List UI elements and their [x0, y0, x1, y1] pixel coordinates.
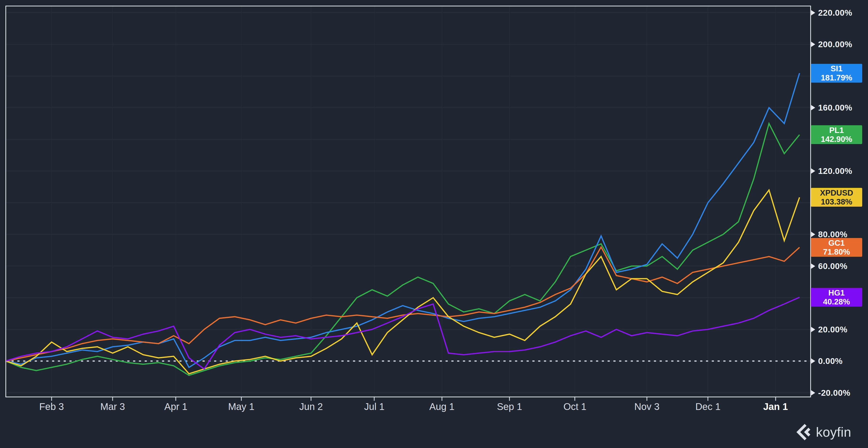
x-tick-mark-jan-1	[775, 397, 776, 401]
x-tick-mark-feb-3	[51, 397, 52, 401]
x-axis-label-dec-1: Dec 1	[695, 401, 721, 412]
series-badge-PL1[interactable]: PL1142.90%	[811, 125, 862, 144]
y-tick-text: 120.00%	[818, 166, 852, 176]
y-axis-label-0: 0.00%	[811, 356, 843, 366]
badge-symbol: SI1	[831, 64, 843, 73]
y-tick-arrow-icon	[811, 10, 815, 15]
x-axis-label-aug-1: Aug 1	[429, 401, 455, 412]
y-axis-label-160: 160.00%	[811, 103, 852, 112]
x-axis-label-jun-2: Jun 2	[299, 401, 323, 412]
x-axis-label-may-1: May 1	[228, 401, 254, 412]
badge-value: 40.28%	[823, 297, 850, 306]
badge-symbol: GC1	[829, 238, 845, 247]
y-axis-label-220: 220.00%	[811, 8, 852, 18]
x-tick-mark-mar-3	[112, 397, 113, 401]
y-tick-arrow-icon	[811, 105, 815, 110]
x-tick-mark-jul-1	[374, 397, 375, 401]
y-tick-text: -20.00%	[818, 388, 850, 398]
badge-value: 142.90%	[821, 135, 852, 143]
y-tick-arrow-icon	[811, 327, 815, 332]
y-tick-arrow-icon	[811, 264, 815, 269]
series-badge-HG1[interactable]: HG140.28%	[811, 288, 862, 307]
series-line-HG1[interactable]	[6, 297, 800, 369]
y-tick-arrow-icon	[811, 358, 815, 364]
badge-symbol: PL1	[829, 126, 844, 135]
x-tick-mark-aug-1	[441, 397, 442, 401]
x-axis-label-sep-1: Sep 1	[497, 401, 522, 412]
series-line-SI1[interactable]	[6, 73, 800, 368]
koyfin-logo-icon	[794, 423, 812, 441]
series-badge-SI1[interactable]: SI1181.79%	[811, 64, 862, 82]
y-tick-text: 20.00%	[818, 325, 847, 334]
y-axis-label-20: 20.00%	[811, 325, 847, 334]
x-axis-label-apr-1: Apr 1	[164, 401, 188, 412]
y-tick-text: 200.00%	[818, 39, 852, 49]
x-axis-label-feb-3: Feb 3	[39, 401, 64, 412]
y-tick-text: 0.00%	[818, 356, 843, 366]
y-axis-label--20: -20.00%	[811, 388, 850, 398]
x-axis-label-nov-3: Nov 3	[634, 401, 660, 412]
series-line-GC1[interactable]	[6, 247, 800, 361]
koyfin-logo-text: koyfin	[816, 424, 851, 440]
y-axis-label-200: 200.00%	[811, 39, 852, 49]
badge-value: 71.80%	[823, 247, 850, 256]
badge-value: 103.38%	[821, 197, 852, 206]
x-tick-mark-jun-2	[311, 397, 311, 401]
y-axis-label-60: 60.00%	[811, 261, 847, 271]
y-tick-text: 60.00%	[818, 261, 847, 271]
y-tick-arrow-icon	[811, 232, 815, 237]
series-badge-XPDUSD[interactable]: XPDUSD103.38%	[811, 188, 862, 207]
x-axis-label-jul-1: Jul 1	[364, 401, 384, 412]
badge-value: 181.79%	[821, 73, 852, 82]
x-tick-mark-apr-1	[176, 397, 176, 401]
koyfin-watermark: koyfin	[794, 423, 851, 441]
y-tick-text: 220.00%	[818, 8, 852, 18]
y-axis-label-120: 120.00%	[811, 166, 852, 176]
x-tick-mark-may-1	[241, 397, 242, 401]
x-axis-label-jan-1: Jan 1	[763, 401, 788, 412]
x-axis-label-oct-1: Oct 1	[563, 401, 587, 412]
y-tick-text: 160.00%	[818, 103, 852, 112]
y-tick-arrow-icon	[811, 42, 815, 47]
x-axis-label-mar-3: Mar 3	[100, 401, 125, 412]
y-tick-arrow-icon	[811, 168, 815, 174]
series-line-PL1[interactable]	[6, 124, 800, 375]
badge-symbol: XPDUSD	[820, 188, 853, 197]
x-tick-mark-nov-3	[646, 397, 647, 401]
x-tick-mark-oct-1	[575, 397, 575, 401]
price-chart-plot[interactable]	[0, 0, 868, 448]
x-tick-mark-dec-1	[708, 397, 708, 401]
series-badge-GC1[interactable]: GC171.80%	[811, 238, 862, 257]
x-tick-mark-sep-1	[509, 397, 510, 401]
badge-symbol: HG1	[829, 288, 845, 297]
y-tick-arrow-icon	[811, 390, 815, 395]
chart-window: 220.00%200.00%180.00%160.00%140.00%120.0…	[0, 0, 868, 448]
